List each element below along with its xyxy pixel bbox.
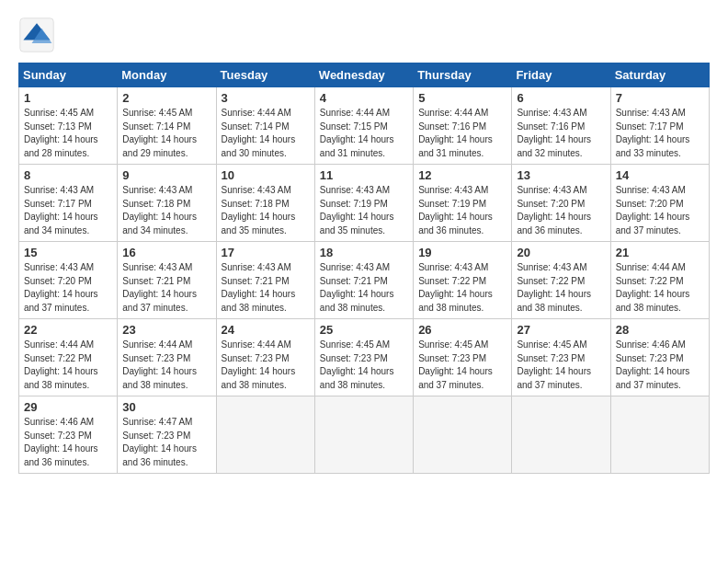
col-monday: Monday [118,63,216,87]
day-info: Sunrise: 4:43 AMSunset: 7:20 PMDaylight:… [24,262,98,313]
table-row: 30Sunrise: 4:47 AMSunset: 7:23 PMDayligh… [118,396,216,474]
day-info: Sunrise: 4:43 AMSunset: 7:20 PMDaylight:… [517,185,591,236]
day-info: Sunrise: 4:44 AMSunset: 7:16 PMDaylight:… [418,108,493,158]
day-info: Sunrise: 4:43 AMSunset: 7:16 PMDaylight:… [517,108,591,158]
day-info: Sunrise: 4:43 AMSunset: 7:17 PMDaylight:… [24,185,98,236]
table-row [414,396,512,474]
day-number: 14 [616,168,704,182]
calendar: Sunday Monday Tuesday Wednesday Thursday… [18,63,710,474]
day-number: 24 [222,323,310,337]
day-info: Sunrise: 4:43 AMSunset: 7:19 PMDaylight:… [418,185,493,236]
table-row: 12Sunrise: 4:43 AMSunset: 7:19 PMDayligh… [414,165,512,242]
day-number: 30 [122,400,210,414]
table-row: 17Sunrise: 4:43 AMSunset: 7:21 PMDayligh… [216,242,314,319]
table-row: 24Sunrise: 4:44 AMSunset: 7:23 PMDayligh… [216,319,314,396]
table-row: 8Sunrise: 4:43 AMSunset: 7:17 PMDaylight… [19,165,118,242]
table-row: 13Sunrise: 4:43 AMSunset: 7:20 PMDayligh… [512,165,610,242]
table-row: 5Sunrise: 4:44 AMSunset: 7:16 PMDaylight… [414,87,512,165]
day-number: 13 [517,168,605,182]
table-row: 28Sunrise: 4:46 AMSunset: 7:23 PMDayligh… [610,319,709,396]
day-info: Sunrise: 4:44 AMSunset: 7:14 PMDaylight:… [222,108,296,158]
table-row: 1Sunrise: 4:45 AMSunset: 7:13 PMDaylight… [19,87,118,165]
logo [18,17,61,53]
table-row: 7Sunrise: 4:43 AMSunset: 7:17 PMDaylight… [610,87,709,165]
day-number: 9 [122,168,210,182]
col-friday: Friday [512,63,610,87]
day-info: Sunrise: 4:46 AMSunset: 7:23 PMDaylight:… [616,339,690,390]
day-number: 2 [122,91,210,105]
table-row [610,396,709,474]
day-number: 29 [24,400,112,414]
table-row: 10Sunrise: 4:43 AMSunset: 7:18 PMDayligh… [216,165,314,242]
calendar-week-row: 22Sunrise: 4:44 AMSunset: 7:22 PMDayligh… [19,319,710,396]
day-number: 16 [122,246,210,259]
day-info: Sunrise: 4:45 AMSunset: 7:13 PMDaylight:… [24,108,98,158]
table-row: 25Sunrise: 4:45 AMSunset: 7:23 PMDayligh… [314,319,413,396]
day-info: Sunrise: 4:45 AMSunset: 7:23 PMDaylight:… [418,339,493,390]
day-info: Sunrise: 4:45 AMSunset: 7:14 PMDaylight:… [122,108,197,158]
calendar-week-row: 15Sunrise: 4:43 AMSunset: 7:20 PMDayligh… [19,242,710,319]
day-number: 22 [24,323,112,337]
table-row [512,396,610,474]
table-row: 2Sunrise: 4:45 AMSunset: 7:14 PMDaylight… [118,87,216,165]
logo-icon [18,17,55,53]
day-info: Sunrise: 4:44 AMSunset: 7:22 PMDaylight:… [616,262,690,313]
table-row: 4Sunrise: 4:44 AMSunset: 7:15 PMDaylight… [314,87,413,165]
day-info: Sunrise: 4:44 AMSunset: 7:15 PMDaylight:… [320,108,394,158]
table-row: 3Sunrise: 4:44 AMSunset: 7:14 PMDaylight… [216,87,314,165]
day-info: Sunrise: 4:47 AMSunset: 7:23 PMDaylight:… [122,417,197,467]
table-row: 14Sunrise: 4:43 AMSunset: 7:20 PMDayligh… [610,165,709,242]
table-row: 27Sunrise: 4:45 AMSunset: 7:23 PMDayligh… [512,319,610,396]
day-info: Sunrise: 4:43 AMSunset: 7:17 PMDaylight:… [616,108,690,158]
day-info: Sunrise: 4:44 AMSunset: 7:22 PMDaylight:… [24,339,98,390]
table-row: 6Sunrise: 4:43 AMSunset: 7:16 PMDaylight… [512,87,610,165]
calendar-header-row: Sunday Monday Tuesday Wednesday Thursday… [19,63,710,87]
day-number: 11 [320,168,408,182]
day-number: 25 [320,323,408,337]
day-number: 1 [24,91,112,105]
calendar-week-row: 1Sunrise: 4:45 AMSunset: 7:13 PMDaylight… [19,87,710,165]
day-info: Sunrise: 4:43 AMSunset: 7:18 PMDaylight:… [122,185,197,236]
day-info: Sunrise: 4:43 AMSunset: 7:21 PMDaylight:… [122,262,197,313]
col-tuesday: Tuesday [216,63,314,87]
day-number: 28 [616,323,704,337]
day-info: Sunrise: 4:45 AMSunset: 7:23 PMDaylight:… [320,339,394,390]
day-info: Sunrise: 4:43 AMSunset: 7:21 PMDaylight:… [320,262,394,313]
day-info: Sunrise: 4:46 AMSunset: 7:23 PMDaylight:… [24,417,98,467]
day-info: Sunrise: 4:43 AMSunset: 7:18 PMDaylight:… [222,185,296,236]
table-row: 20Sunrise: 4:43 AMSunset: 7:22 PMDayligh… [512,242,610,319]
table-row: 9Sunrise: 4:43 AMSunset: 7:18 PMDaylight… [118,165,216,242]
day-number: 7 [616,91,704,105]
header [18,17,710,53]
day-info: Sunrise: 4:43 AMSunset: 7:19 PMDaylight:… [320,185,394,236]
day-number: 21 [616,246,704,259]
col-wednesday: Wednesday [314,63,413,87]
col-saturday: Saturday [610,63,709,87]
day-number: 18 [320,246,408,259]
col-sunday: Sunday [19,63,118,87]
day-number: 27 [517,323,605,337]
day-number: 6 [517,91,605,105]
table-row: 11Sunrise: 4:43 AMSunset: 7:19 PMDayligh… [314,165,413,242]
day-number: 17 [222,246,310,259]
table-row: 15Sunrise: 4:43 AMSunset: 7:20 PMDayligh… [19,242,118,319]
day-number: 23 [122,323,210,337]
day-info: Sunrise: 4:43 AMSunset: 7:21 PMDaylight:… [222,262,296,313]
calendar-week-row: 8Sunrise: 4:43 AMSunset: 7:17 PMDaylight… [19,165,710,242]
day-number: 20 [517,246,605,259]
day-number: 3 [222,91,310,105]
day-number: 26 [418,323,506,337]
day-info: Sunrise: 4:44 AMSunset: 7:23 PMDaylight:… [222,339,296,390]
day-number: 12 [418,168,506,182]
day-number: 5 [418,91,506,105]
table-row: 21Sunrise: 4:44 AMSunset: 7:22 PMDayligh… [610,242,709,319]
day-number: 8 [24,168,112,182]
table-row: 29Sunrise: 4:46 AMSunset: 7:23 PMDayligh… [19,396,118,474]
table-row: 26Sunrise: 4:45 AMSunset: 7:23 PMDayligh… [414,319,512,396]
day-number: 19 [418,246,506,259]
table-row: 22Sunrise: 4:44 AMSunset: 7:22 PMDayligh… [19,319,118,396]
col-thursday: Thursday [414,63,512,87]
day-number: 10 [222,168,310,182]
table-row [216,396,314,474]
table-row: 16Sunrise: 4:43 AMSunset: 7:21 PMDayligh… [118,242,216,319]
